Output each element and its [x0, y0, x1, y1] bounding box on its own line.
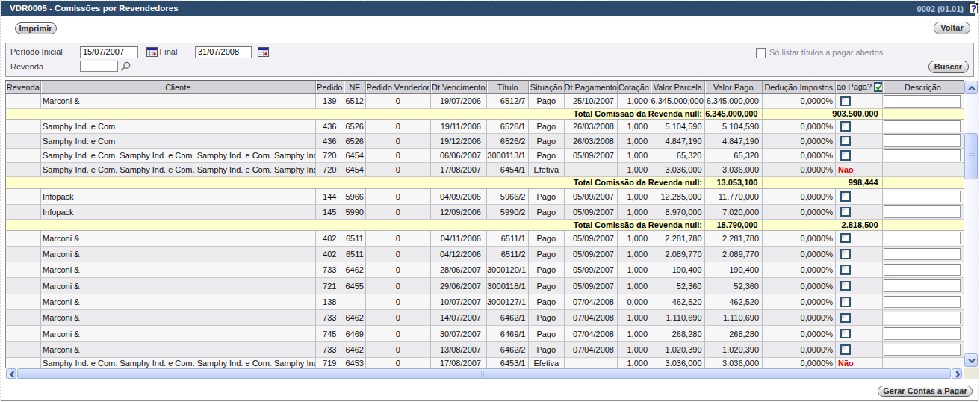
svg-text:?: ?: [971, 3, 976, 13]
